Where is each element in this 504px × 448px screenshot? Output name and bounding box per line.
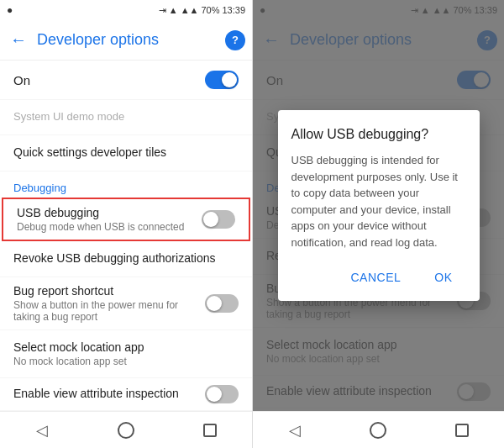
dialog-overlay: Allow USB debugging? USB debugging is in…: [253, 0, 504, 411]
view-attribute-text: Enable view attribute inspection: [13, 387, 198, 402]
view-attribute-toggle[interactable]: [205, 385, 239, 403]
nav-home-icon-right: [370, 422, 386, 439]
usb-debug-title: USB debugging: [17, 206, 195, 219]
bluetooth-icon: ⇥: [159, 5, 166, 16]
back-button-left[interactable]: ←: [7, 27, 30, 53]
dialog-buttons: CANCEL OK: [291, 264, 466, 291]
view-attribute-row[interactable]: Enable view attribute inspection: [0, 378, 252, 411]
nav-home-btn-right[interactable]: [361, 414, 395, 447]
bug-report-row[interactable]: Bug report shortcut Show a button in the…: [0, 277, 252, 330]
signal-icon: ▲▲: [181, 5, 199, 15]
bug-report-toggle[interactable]: [205, 294, 239, 313]
nav-square-icon-left: [203, 424, 217, 437]
nav-square-icon-right: [455, 424, 469, 437]
quick-settings-title: Quick settings developer tiles: [13, 145, 239, 159]
dialog-body: USB debugging is intended for developmen…: [291, 152, 466, 250]
nav-back-btn-left[interactable]: ◁: [25, 414, 59, 447]
nav-square-btn-right[interactable]: [445, 414, 479, 447]
on-label: On: [13, 73, 30, 87]
mock-location-subtitle: No mock location app set: [13, 356, 239, 367]
quick-settings-row[interactable]: Quick settings developer tiles: [0, 135, 252, 171]
bug-report-text: Bug report shortcut Show a button in the…: [13, 284, 198, 323]
revoke-usb-title: Revoke USB debugging authorizations: [13, 251, 239, 265]
wifi-icon: ▲: [169, 5, 178, 15]
content-left: On System UI demo mode Quick settings de…: [0, 61, 252, 411]
system-ui-title: System UI demo mode: [13, 110, 239, 123]
usb-debug-subtitle: Debug mode when USB is connected: [17, 221, 195, 233]
nav-back-btn-right[interactable]: ◁: [278, 414, 312, 447]
on-row[interactable]: On: [0, 61, 252, 100]
nav-back-icon-left: ◁: [36, 421, 48, 440]
help-button-left[interactable]: ?: [225, 30, 245, 50]
app-bar-left: ← Developer options ?: [0, 20, 252, 61]
right-panel: ● ⇥ ▲ ▲▲ 70% 13:39 ← Developer options ?…: [252, 0, 504, 448]
nav-bar-left: ◁: [0, 411, 252, 448]
nav-home-btn-left[interactable]: [109, 414, 143, 447]
view-attribute-title: Enable view attribute inspection: [13, 387, 198, 400]
left-panel: ● ⇥ ▲ ▲▲ 70% 13:39 ← Developer options ?…: [0, 0, 252, 448]
revoke-usb-row[interactable]: Revoke USB debugging authorizations: [0, 241, 252, 277]
bug-report-title: Bug report shortcut: [13, 284, 198, 298]
mock-location-title: Select mock location app: [13, 340, 239, 354]
allow-usb-dialog: Allow USB debugging? USB debugging is in…: [278, 110, 480, 301]
usb-debug-text: USB debugging Debug mode when USB is con…: [17, 206, 195, 233]
bug-report-subtitle: Show a button in the power menu for taki…: [13, 299, 198, 323]
dialog-title: Allow USB debugging?: [291, 127, 466, 142]
battery-text: 70%: [201, 5, 219, 15]
nav-square-btn-left[interactable]: [193, 414, 227, 447]
debugging-header: Debugging: [0, 171, 252, 198]
nav-bar-right: ◁: [253, 411, 504, 448]
page-title-left: Developer options: [37, 31, 218, 49]
time-text: 13:39: [222, 5, 245, 15]
usb-debug-toggle[interactable]: [202, 210, 235, 229]
system-ui-row[interactable]: System UI demo mode: [0, 100, 252, 135]
usb-debugging-row[interactable]: USB debugging Debug mode when USB is con…: [2, 198, 250, 241]
nav-home-icon-left: [118, 422, 134, 439]
dialog-cancel-button[interactable]: CANCEL: [337, 264, 414, 291]
nav-back-icon-right: ◁: [289, 421, 301, 440]
notification-icon: ●: [7, 4, 13, 16]
mock-location-row[interactable]: Select mock location app No mock locatio…: [0, 330, 252, 378]
on-toggle[interactable]: [205, 71, 239, 89]
status-bar-left: ● ⇥ ▲ ▲▲ 70% 13:39: [0, 0, 252, 20]
dialog-ok-button[interactable]: OK: [421, 264, 465, 291]
